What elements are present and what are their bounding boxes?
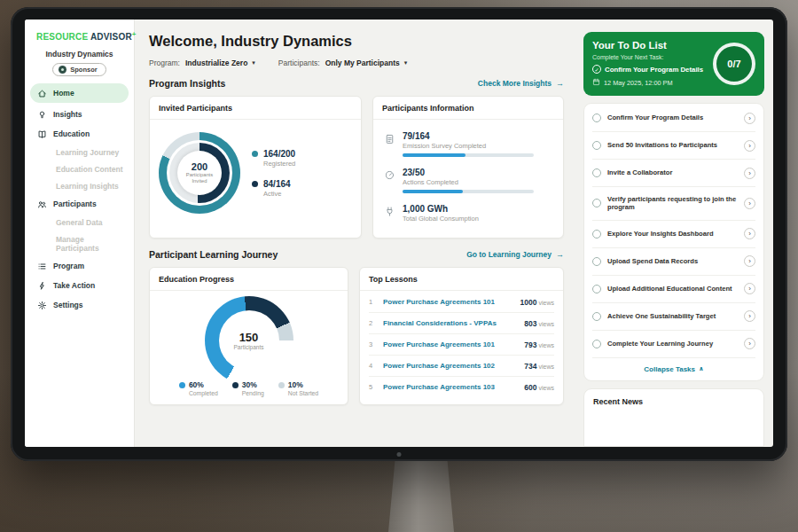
task-checkbox[interactable] bbox=[592, 230, 601, 239]
task-checkbox[interactable] bbox=[592, 113, 601, 122]
participants-filter-dropdown[interactable]: Only My Participants ▾ bbox=[325, 59, 408, 67]
sidebar-item-manage-participants[interactable]: Manage Participants bbox=[25, 231, 134, 256]
sidebar-item-participants[interactable]: Participants bbox=[25, 194, 134, 214]
lesson-link[interactable]: Power Purchase Agreements 101 bbox=[383, 340, 495, 348]
task-chevron-icon[interactable]: › bbox=[744, 168, 755, 179]
desk-background: RESOURCE ADVISOR+ Industry Dynamics Spon… bbox=[0, 0, 798, 532]
info-label: Total Global Consumption bbox=[403, 215, 479, 223]
learning-journey-header: Participant Learning Journey Go to Learn… bbox=[149, 249, 564, 260]
sidebar-item-education-content[interactable]: Education Content bbox=[25, 160, 134, 177]
lesson-link[interactable]: Power Purchase Agreements 102 bbox=[383, 362, 495, 370]
task-chevron-icon[interactable]: › bbox=[744, 310, 755, 322]
task-item[interactable]: Confirm Your Program Details › bbox=[592, 105, 755, 132]
lesson-link[interactable]: Power Purchase Agreements 101 bbox=[383, 298, 495, 306]
legend-value: 10% bbox=[288, 380, 318, 389]
collapse-tasks-link[interactable]: Collapse Tasks ∧ bbox=[592, 358, 755, 379]
task-item[interactable]: Upload Additional Educational Content › bbox=[592, 276, 755, 303]
monitor-stand bbox=[388, 461, 454, 532]
sponsor-label: Sponsor bbox=[70, 66, 97, 74]
todo-next-task-label: Confirm Your Program Details bbox=[605, 66, 703, 74]
invited-participants-card: Invited Participants 200 Participants In… bbox=[149, 96, 362, 239]
task-checkbox[interactable] bbox=[592, 340, 601, 348]
todo-tasks-card: Confirm Your Program Details › Send 50 I… bbox=[583, 103, 764, 381]
todo-next-task[interactable]: ✓ Confirm Your Program Details bbox=[592, 65, 708, 74]
chevron-up-icon: ∧ bbox=[699, 365, 704, 372]
sidebar-item-label: Learning Insights bbox=[56, 182, 119, 191]
todo-summary-card: Your To Do List Complete Your Next Task:… bbox=[583, 32, 764, 96]
task-checkbox[interactable] bbox=[592, 141, 601, 150]
check-icon: ✓ bbox=[592, 65, 601, 74]
sidebar-item-education[interactable]: Education bbox=[25, 124, 134, 144]
legend-label: Completed bbox=[189, 390, 218, 396]
task-chevron-icon[interactable]: › bbox=[744, 140, 755, 152]
link-label: Go to Learning Journey bbox=[466, 250, 552, 259]
participants-filter-value: Only My Participants bbox=[325, 59, 400, 67]
section-title-program-insights: Program Insights bbox=[149, 78, 225, 89]
task-item[interactable]: Verify participants requesting to join t… bbox=[592, 187, 755, 221]
task-chevron-icon[interactable]: › bbox=[744, 255, 755, 267]
lesson-row: 3 Power Purchase Agreements 101 793views bbox=[369, 334, 554, 356]
task-checkbox[interactable] bbox=[592, 285, 601, 293]
sponsor-badge[interactable]: Sponsor bbox=[52, 63, 106, 76]
info-row-consumption: 1,000 GWh Total Global Consumption bbox=[384, 199, 552, 231]
task-checkbox[interactable] bbox=[592, 257, 601, 266]
task-checkbox[interactable] bbox=[592, 168, 601, 177]
sidebar-item-insights[interactable]: Insights bbox=[25, 105, 134, 124]
participants-filter-label: Participants: bbox=[278, 59, 320, 67]
sidebar-item-label: Insights bbox=[53, 110, 82, 119]
filter-bar: Program: Industrialize Zero ▾ Participan… bbox=[149, 59, 564, 67]
task-item[interactable]: Achieve One Sustainability Target › bbox=[592, 303, 755, 331]
go-to-learning-journey-link[interactable]: Go to Learning Journey → bbox=[466, 250, 564, 259]
lesson-link[interactable]: Power Purchase Agreements 103 bbox=[383, 383, 495, 391]
info-value: 23/50 bbox=[403, 168, 534, 177]
task-checkbox[interactable] bbox=[592, 312, 601, 321]
task-label: Achieve One Sustainability Target bbox=[607, 312, 738, 321]
sidebar-item-label: Manage Participants bbox=[56, 235, 127, 253]
sidebar-item-label: General Data bbox=[56, 218, 102, 227]
gear-icon bbox=[37, 301, 47, 310]
task-chevron-icon[interactable]: › bbox=[744, 338, 755, 349]
dashboard-screen: RESOURCE ADVISOR+ Industry Dynamics Spon… bbox=[25, 20, 773, 447]
task-chevron-icon[interactable]: › bbox=[744, 283, 755, 294]
task-chevron-icon[interactable]: › bbox=[744, 198, 755, 209]
legend-value: 60% bbox=[189, 380, 218, 389]
task-item[interactable]: Explore Your Insights Dashboard › bbox=[592, 221, 755, 248]
task-checkbox[interactable] bbox=[592, 199, 601, 207]
sidebar-item-general-data[interactable]: General Data bbox=[25, 214, 134, 231]
link-label: Check More Insights bbox=[478, 79, 552, 88]
task-item[interactable]: Upload Spend Data Records › bbox=[592, 248, 755, 276]
program-filter-dropdown[interactable]: Industrialize Zero ▾ bbox=[185, 59, 255, 67]
sidebar-item-label: Education bbox=[53, 129, 90, 138]
sidebar-item-program[interactable]: Program bbox=[25, 256, 134, 276]
donut-center: 200 Participants Invited bbox=[177, 151, 222, 195]
main-content: Welcome, Industry Dynamics Program: Indu… bbox=[135, 20, 576, 447]
task-item[interactable]: Invite a Collaborator › bbox=[592, 160, 755, 187]
legend-value: 84/164 bbox=[263, 179, 291, 189]
card-title: Top Lessons bbox=[360, 268, 563, 291]
participants-filter: Participants: Only My Participants ▾ bbox=[278, 59, 407, 67]
sponsor-icon bbox=[59, 66, 66, 74]
recent-news-card: Recent News bbox=[583, 388, 764, 447]
chevron-down-icon: ▾ bbox=[252, 59, 255, 66]
task-label: Upload Spend Data Records bbox=[607, 257, 738, 266]
legend-label: Pending bbox=[242, 390, 264, 396]
sidebar-item-home[interactable]: Home bbox=[30, 83, 129, 103]
legend-dot-navy bbox=[252, 181, 258, 187]
sidebar-item-settings[interactable]: Settings bbox=[25, 295, 134, 315]
task-chevron-icon[interactable]: › bbox=[744, 228, 755, 239]
lesson-link[interactable]: Financial Considerations - VPPAs bbox=[383, 319, 497, 327]
program-filter-label: Program: bbox=[149, 59, 180, 67]
gauge-center: 150 Participants bbox=[219, 310, 279, 371]
actions-progress-bar bbox=[403, 190, 534, 193]
card-title: Education Progress bbox=[150, 268, 348, 291]
check-more-insights-link[interactable]: Check More Insights → bbox=[478, 79, 564, 88]
sidebar-item-label: Take Action bbox=[53, 281, 95, 290]
sidebar-item-take-action[interactable]: Take Action bbox=[25, 276, 134, 295]
task-chevron-icon[interactable]: › bbox=[744, 113, 755, 124]
sidebar-item-learning-journey[interactable]: Learning Journey bbox=[25, 144, 134, 160]
sidebar-item-learning-insights[interactable]: Learning Insights bbox=[25, 177, 134, 194]
monitor-frame: RESOURCE ADVISOR+ Industry Dynamics Spon… bbox=[11, 7, 787, 461]
task-item[interactable]: Complete Your Learning Journey › bbox=[592, 331, 755, 358]
gauge-count-label: Participants bbox=[234, 344, 264, 350]
task-item[interactable]: Send 50 Invitations to Participants › bbox=[592, 132, 755, 160]
